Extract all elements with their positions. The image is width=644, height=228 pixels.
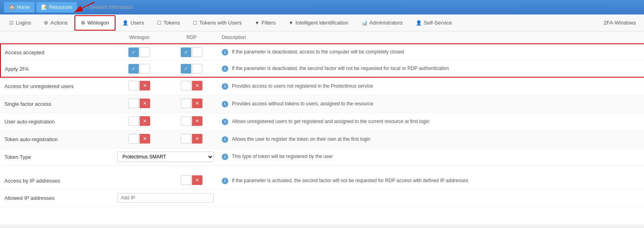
token-type-select[interactable]: Protectimus SMART TOTP HOTP bbox=[117, 152, 214, 162]
access-accepted-rdp-toggle[interactable]: ✓ bbox=[165, 44, 218, 61]
tab-filters[interactable]: ▼ Filters bbox=[249, 15, 282, 31]
apply-2fa-desc: i If the parameter is deactivated, the s… bbox=[218, 61, 644, 78]
actions-icon: ⚙ bbox=[44, 20, 48, 26]
token-type-desc-text: This type of token will be registered by… bbox=[232, 154, 333, 159]
breadcrumb-separator: › bbox=[79, 4, 81, 10]
toggle-off-x[interactable]: ✕ bbox=[140, 81, 150, 90]
unregistered-desc: i Provides access to users not registere… bbox=[218, 77, 644, 95]
tab-administrators-label: Administrators bbox=[369, 20, 403, 26]
toggle-off[interactable] bbox=[181, 175, 191, 185]
tab-tokens-users-label: Tokens with Users bbox=[199, 20, 242, 26]
resources-button[interactable]: 📝 Resources bbox=[36, 2, 77, 12]
home-icon: 🏠 bbox=[9, 4, 15, 10]
user-auto-reg-rdp-toggle[interactable]: ✕ bbox=[165, 113, 218, 131]
single-factor-desc: i Provides access without tokens to user… bbox=[218, 95, 644, 113]
self-service-icon: 👤 bbox=[416, 20, 422, 26]
token-type-desc: i This type of token will be registered … bbox=[218, 148, 644, 166]
toggle-off-x[interactable]: ✕ bbox=[140, 99, 150, 108]
toggle-off[interactable] bbox=[181, 134, 191, 144]
add-ip-input[interactable] bbox=[117, 193, 214, 203]
toggle-off-x[interactable]: ✕ bbox=[140, 134, 150, 144]
apply-2fa-desc-text: If the parameter is deactivated, the sec… bbox=[232, 66, 449, 71]
tab-administrators[interactable]: 📊 Administrators bbox=[355, 15, 409, 31]
allowed-ip-input-cell[interactable] bbox=[113, 190, 218, 206]
info-icon: i bbox=[222, 136, 228, 143]
single-factor-rdp-toggle[interactable]: ✕ bbox=[165, 95, 218, 113]
tab-winlogon[interactable]: ⚙ Winlogon bbox=[74, 15, 116, 31]
toggle-off[interactable] bbox=[192, 47, 202, 57]
tab-tokens-users[interactable]: ☐ Tokens with Users bbox=[187, 15, 248, 31]
tab-logins-label: Logins bbox=[16, 20, 31, 26]
header-label bbox=[0, 31, 113, 44]
access-accepted-winlogon-toggle[interactable]: ✓ bbox=[113, 44, 165, 61]
home-button[interactable]: 🏠 Home bbox=[4, 2, 35, 12]
user-auto-reg-desc-text: Allows unregistered users to get registe… bbox=[232, 119, 429, 124]
toggle-off-x[interactable]: ✕ bbox=[192, 81, 202, 90]
toggle-off[interactable] bbox=[128, 99, 139, 108]
toggle-on-check[interactable]: ✓ bbox=[128, 64, 139, 74]
settings-table: Winlogon RDP Description Access accepted… bbox=[0, 31, 644, 206]
table-row: Apply 2FA ✓ ✓ i If the par bbox=[0, 61, 644, 78]
toggle-off-x[interactable]: ✕ bbox=[192, 175, 202, 185]
tab-users[interactable]: 👤 Users bbox=[116, 15, 150, 31]
single-factor-winlogon-toggle[interactable]: ✕ bbox=[113, 95, 165, 113]
toggle-off-x[interactable]: ✕ bbox=[192, 134, 202, 144]
apply-2fa-rdp-toggle[interactable]: ✓ bbox=[165, 61, 218, 78]
tab-self-service[interactable]: 👤 Self-Service bbox=[410, 15, 458, 31]
access-ip-rdp-toggle[interactable]: ✕ bbox=[165, 172, 218, 190]
tokens-icon: ☐ bbox=[157, 20, 161, 26]
access-ip-label: Access by IP addresses bbox=[0, 172, 113, 190]
administrators-icon: 📊 bbox=[361, 20, 367, 26]
toggle-off-x[interactable]: ✕ bbox=[140, 116, 150, 126]
toggle-on-check[interactable]: ✓ bbox=[181, 64, 191, 74]
resources-icon: 📝 bbox=[41, 4, 47, 10]
single-factor-label: Single factor access bbox=[0, 95, 113, 113]
apply-2fa-winlogon-toggle[interactable]: ✓ bbox=[113, 61, 165, 78]
access-accepted-label: Access accepted bbox=[0, 44, 113, 61]
tab-self-service-label: Self-Service bbox=[424, 20, 452, 26]
tab-actions[interactable]: ⚙ Actions bbox=[38, 15, 74, 31]
right-label: 2FA-Windows bbox=[599, 20, 641, 26]
single-factor-desc-text: Provides access without tokens to users,… bbox=[232, 101, 374, 107]
top-navigation: 🏠 Home 📝 Resources › ✏ Detailed Informat… bbox=[0, 0, 644, 14]
tab-actions-label: Actions bbox=[50, 20, 68, 26]
toggle-off[interactable] bbox=[181, 116, 191, 126]
tab-filters-label: Filters bbox=[262, 20, 276, 26]
token-auto-reg-rdp-toggle[interactable]: ✕ bbox=[165, 131, 218, 148]
toggle-off[interactable] bbox=[128, 116, 139, 126]
pencil-icon: ✏ bbox=[84, 4, 88, 10]
info-icon: i bbox=[222, 49, 228, 55]
home-label: Home bbox=[17, 4, 30, 10]
unregistered-winlogon-toggle[interactable]: ✕ bbox=[113, 77, 165, 95]
toggle-off[interactable] bbox=[181, 99, 191, 108]
table-row: Access for unregistered users ✕ ✕ i bbox=[0, 77, 644, 95]
allowed-ip-desc-empty bbox=[218, 190, 644, 206]
toggle-off[interactable] bbox=[140, 64, 150, 74]
tab-intelligent-label: Intelligent identification bbox=[295, 20, 349, 26]
tab-logins[interactable]: ☑ Logins bbox=[3, 15, 37, 31]
toggle-off-x[interactable]: ✕ bbox=[192, 99, 202, 108]
unregistered-rdp-toggle[interactable]: ✕ bbox=[165, 77, 218, 95]
toggle-off[interactable] bbox=[128, 81, 139, 90]
table-row: Allowed IP addresses bbox=[0, 190, 644, 206]
logins-icon: ☑ bbox=[9, 20, 14, 26]
header-rdp: RDP bbox=[165, 31, 218, 44]
user-auto-reg-winlogon-toggle[interactable]: ✕ bbox=[113, 113, 165, 131]
tab-tokens-label: Tokens bbox=[163, 20, 180, 26]
toggle-off[interactable] bbox=[181, 81, 191, 90]
table-row: Single factor access ✕ ✕ i bbox=[0, 95, 644, 113]
users-icon: 👤 bbox=[122, 20, 128, 26]
token-auto-reg-winlogon-toggle[interactable]: ✕ bbox=[113, 131, 165, 148]
tab-intelligent[interactable]: ▼ Intelligent identification bbox=[283, 15, 354, 31]
toggle-off[interactable] bbox=[140, 47, 150, 57]
toggle-off[interactable] bbox=[128, 134, 139, 144]
spacer-row bbox=[0, 166, 644, 173]
winlogon-icon: ⚙ bbox=[81, 20, 85, 26]
token-type-select-cell[interactable]: Protectimus SMART TOTP HOTP bbox=[113, 148, 218, 166]
toggle-on-check[interactable]: ✓ bbox=[128, 47, 139, 57]
toggle-off-x[interactable]: ✕ bbox=[192, 116, 202, 126]
toggle-on-check[interactable]: ✓ bbox=[181, 47, 191, 57]
tab-tokens[interactable]: ☐ Tokens bbox=[151, 15, 186, 31]
table-row: Access accepted ✓ ✓ i If t bbox=[0, 44, 644, 61]
toggle-off[interactable] bbox=[192, 64, 202, 74]
